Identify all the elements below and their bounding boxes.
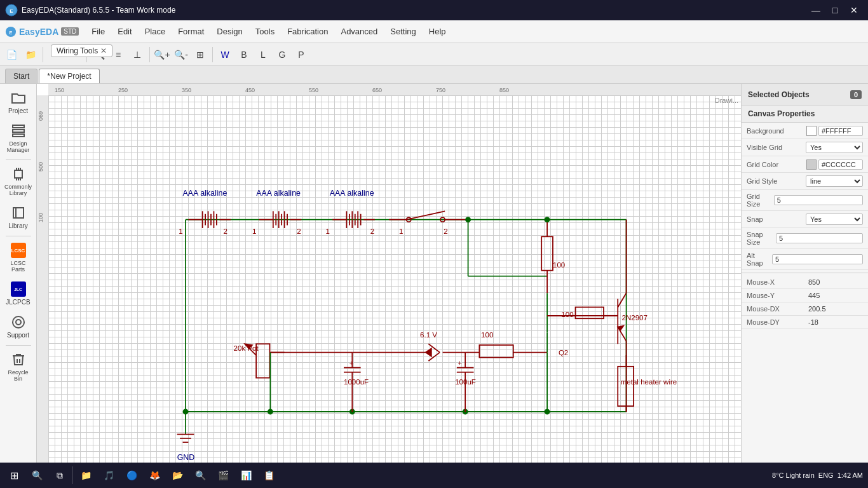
prop-label: Grid Color xyxy=(747,161,778,168)
taskbar: ⊞ 🔍 ⧉ 📁 🎵 🔵 🦊 📂 🔍 🎬 📊 📋 8°C Light rain E… xyxy=(0,463,868,488)
sidebar-item-lcsc-parts[interactable]: LCSC LCSC Parts xyxy=(3,239,34,276)
pin-button[interactable]: ⊥ xyxy=(128,46,146,64)
sidebar-item-commonly-library[interactable]: Commonly Library xyxy=(3,163,34,200)
menubar: E EasyEDA STD FileEditPlaceFormatDesignT… xyxy=(0,20,868,43)
svg-rect-6 xyxy=(13,134,24,137)
place-wire-button[interactable]: W xyxy=(216,46,234,64)
mouse-info-row-mouse-y: Mouse-Y445 xyxy=(742,289,868,302)
sidebar-item-support[interactable]: Support xyxy=(3,311,34,342)
svg-text:550: 550 xyxy=(309,87,318,93)
close-wiring-icon[interactable]: ✕ xyxy=(100,46,107,55)
support-icon xyxy=(11,315,26,330)
menu-item-format[interactable]: Format xyxy=(172,24,210,39)
menu-item-fabrication[interactable]: Fabrication xyxy=(281,24,334,39)
taskbar-app-4[interactable]: 🦊 xyxy=(143,464,166,487)
windows-start-button[interactable]: ⊞ xyxy=(3,464,25,487)
sidebar-item-project[interactable]: Project xyxy=(3,86,34,118)
svg-text:069: 069 xyxy=(37,111,44,121)
svg-point-80 xyxy=(545,217,550,222)
taskbar-app-7[interactable]: 🎬 xyxy=(212,464,234,487)
sidebar-item-jlcpcb[interactable]: JLC JLCPCB xyxy=(3,278,34,309)
titlebar-controls: — □ ✕ xyxy=(807,4,863,17)
svg-rect-85 xyxy=(576,307,604,318)
properties-container: Background#FFFFFFVisible GridYesNoGrid C… xyxy=(742,123,868,270)
maximize-button[interactable]: □ xyxy=(826,4,844,17)
search-taskbar-button[interactable]: 🔍 xyxy=(25,464,48,487)
sidebar-item-library[interactable]: Library xyxy=(3,201,34,233)
sidebar-divider xyxy=(6,159,31,160)
sidebar-item-recycle-bin[interactable]: Recycle Bin xyxy=(3,348,34,386)
prop-label: Grid Size xyxy=(747,193,774,208)
menu-item-tools[interactable]: Tools xyxy=(249,24,281,39)
fit-button[interactable]: ⊞ xyxy=(191,46,209,64)
canvas-content[interactable]: Drawi... .wire { stroke: #006600; stroke… xyxy=(48,95,741,463)
task-view-button[interactable]: ⧉ xyxy=(48,464,71,487)
svg-text:AAA alkaline: AAA alkaline xyxy=(256,189,301,198)
new-file-button[interactable]: 📄 xyxy=(3,46,20,64)
svg-text:E: E xyxy=(10,8,13,14)
taskbar-app-3[interactable]: 🔵 xyxy=(120,464,143,487)
tab-new-project[interactable]: *New Project xyxy=(39,69,99,83)
taskbar-app-9[interactable]: 📋 xyxy=(257,464,280,487)
svg-point-103 xyxy=(268,409,273,415)
color-value[interactable]: #CCCCCC xyxy=(818,159,863,170)
clock: 1:42 AM xyxy=(837,471,863,479)
toolbar: Wiring Tools ✕ 📄 📁 ↩ ↪ 🔍 ≡ ⊥ 🔍+ 🔍- ⊞ W B… xyxy=(0,43,868,66)
canvas-area[interactable]: 150 250 350 450 550 650 750 850 069 500 … xyxy=(37,84,741,463)
weather-info: 8°C Light rain xyxy=(772,471,815,479)
prop-select[interactable]: YesNo xyxy=(806,142,863,153)
prop-input[interactable] xyxy=(772,254,863,264)
prop-select[interactable]: YesNo xyxy=(806,214,863,225)
zoom-out-button[interactable]: 🔍- xyxy=(172,46,190,64)
tab-start[interactable]: Start xyxy=(5,69,37,83)
menu-item-setting[interactable]: Setting xyxy=(384,24,422,39)
std-badge: STD xyxy=(61,27,79,36)
svg-line-93 xyxy=(618,327,626,341)
menu-item-advanced[interactable]: Advanced xyxy=(334,24,384,39)
taskbar-app-8[interactable]: 📊 xyxy=(234,464,257,487)
place-gnd-button[interactable]: G xyxy=(273,46,291,64)
svg-text:850: 850 xyxy=(499,87,509,93)
svg-text:2N2907: 2N2907 xyxy=(621,314,647,322)
color-value[interactable]: #FFFFFF xyxy=(818,126,863,136)
svg-text:350: 350 xyxy=(182,87,191,93)
folder-icon xyxy=(11,90,26,105)
menu-item-design[interactable]: Design xyxy=(210,24,248,39)
taskbar-app-5[interactable]: 📂 xyxy=(166,464,189,487)
menu-item-help[interactable]: Help xyxy=(423,24,452,39)
taskbar-app-1[interactable]: 📁 xyxy=(74,464,97,487)
svg-text:2: 2 xyxy=(370,227,374,235)
menu-item-file[interactable]: File xyxy=(85,24,111,39)
svg-rect-4 xyxy=(13,125,24,128)
place-label-button[interactable]: L xyxy=(254,46,272,64)
toolbar-separator xyxy=(149,47,150,62)
prop-label: Alt Snap xyxy=(747,252,772,267)
sidebar-item-design-manager[interactable]: Design Manager xyxy=(3,119,34,157)
svg-line-72 xyxy=(407,211,445,219)
prop-row-background: Background#FFFFFF xyxy=(742,123,868,139)
color-swatch[interactable] xyxy=(806,126,817,136)
prop-input[interactable] xyxy=(774,195,863,205)
color-swatch[interactable] xyxy=(806,159,817,170)
prop-row-snap-size: Snap Size xyxy=(742,228,868,249)
prop-label: Grid Style xyxy=(747,177,777,185)
place-power-button[interactable]: P xyxy=(292,46,310,64)
sidebar: Project Design Manager Commonly Library … xyxy=(0,84,37,463)
svg-point-16 xyxy=(16,320,21,325)
svg-text:500: 500 xyxy=(37,162,44,172)
prop-select[interactable]: linedot xyxy=(806,175,863,187)
zoom-in-button[interactable]: 🔍+ xyxy=(153,46,171,64)
menu-item-place[interactable]: Place xyxy=(139,24,172,39)
app-title: EasyEDA(Standard) 6.5.5 - Team Work mode xyxy=(22,6,175,15)
prop-input[interactable] xyxy=(776,233,863,243)
place-bus-button[interactable]: B xyxy=(235,46,253,64)
toolbar-separator xyxy=(212,47,213,62)
language-indicator: ENG xyxy=(818,471,834,479)
menu-item-edit[interactable]: Edit xyxy=(111,24,138,39)
mouse-value: 850 xyxy=(806,278,863,287)
minimize-button[interactable]: — xyxy=(807,4,825,17)
taskbar-app-2[interactable]: 🎵 xyxy=(97,464,120,487)
close-button[interactable]: ✕ xyxy=(845,4,863,17)
taskbar-app-6[interactable]: 🔍 xyxy=(189,464,212,487)
open-button[interactable]: 📁 xyxy=(22,46,39,64)
